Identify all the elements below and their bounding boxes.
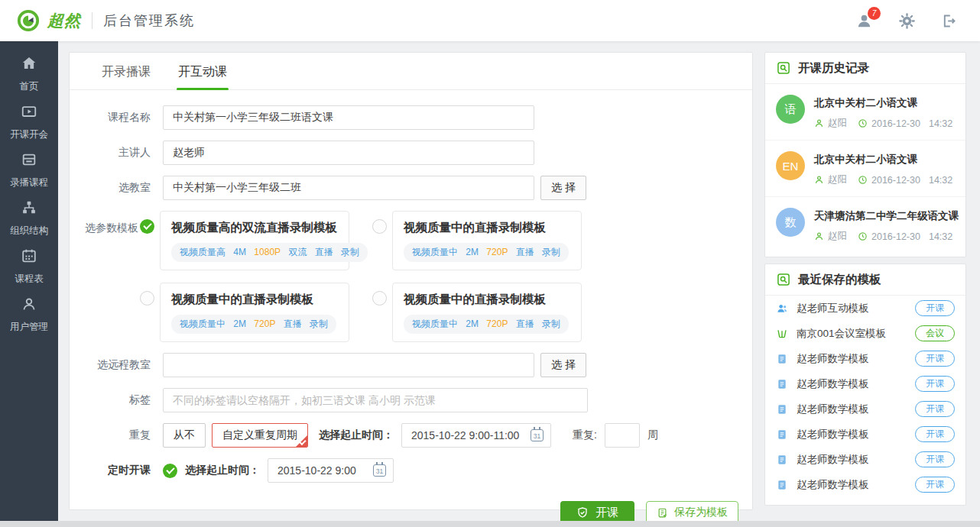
template-card-title: 视频质量中的直播录制模板: [404, 292, 570, 308]
tags-input[interactable]: [163, 388, 588, 412]
course-form: 课程名称 主讲人 选教室 选 择 选参数模板 视频质量高的双流直播录制模板: [70, 90, 752, 524]
remote-classroom-select-button[interactable]: 选 择: [540, 353, 586, 377]
param-tag: 720P: [486, 318, 508, 329]
search-doc-icon: [776, 60, 791, 76]
template-action-button[interactable]: 开课: [915, 401, 955, 417]
template-action-button[interactable]: 开课: [915, 477, 955, 493]
selected-check-icon: [140, 219, 154, 234]
person-icon: [814, 118, 824, 128]
history-item-time: 14:32: [929, 175, 952, 186]
remote-classroom-row: 选远程教室 选 择: [70, 353, 752, 377]
tab-interactive-class[interactable]: 开互动课: [177, 53, 229, 89]
template-card-body[interactable]: 视频质量中的直播录制模板 视频质量中 2M 720P 直播: [160, 283, 349, 342]
repeat-never-button[interactable]: 从不: [163, 423, 206, 448]
clock-icon: [858, 118, 868, 128]
template-card-body[interactable]: 视频质量中的直播录制模板 视频质量中 2M 720P 直播: [392, 283, 582, 342]
saved-template-item[interactable]: 赵老师数学模板 开课: [765, 396, 965, 422]
template-action-button[interactable]: 开课: [915, 426, 955, 442]
doc-icon: [776, 428, 790, 441]
history-item[interactable]: 数 天津塘沽第二中学二年级语文课 赵阳 2016-12-30 14:32: [765, 197, 965, 253]
course-name-row: 课程名称: [70, 105, 752, 130]
template-action-button[interactable]: 开课: [915, 451, 955, 467]
subject-badge: 数: [776, 208, 805, 237]
tags-row: 标签: [70, 388, 752, 412]
doc-icon: [776, 479, 790, 491]
template-card-body[interactable]: 视频质量高的双流直播录制模板 视频质量高 4M 1080P 双流: [160, 211, 349, 270]
template-action-button[interactable]: 开课: [915, 351, 955, 367]
param-tag: 视频质量中: [412, 318, 458, 329]
saved-template-item[interactable]: 南京001会议室模板 会议: [765, 321, 965, 346]
calendar-picker-icon[interactable]: 31: [531, 429, 544, 441]
param-template-label: 选参数模板: [70, 211, 138, 235]
teacher-input[interactable]: [163, 141, 534, 165]
template-card[interactable]: 视频质量中的直播录制模板 视频质量中 2M 720P 直播: [372, 211, 582, 270]
sidebar-item-schedule[interactable]: 课程表: [0, 247, 58, 296]
param-tag: 直播: [516, 318, 534, 329]
template-card-body[interactable]: 视频质量中的直播录制模板 视频质量中 2M 720P 直播: [392, 211, 582, 270]
template-card[interactable]: 视频质量高的双流直播录制模板 视频质量高 4M 1080P 双流: [140, 211, 349, 270]
history-item[interactable]: EN 北京中关村二小语文课 赵阳 2016-12-30 14:32: [765, 141, 965, 197]
saved-template-title: 赵老师互动模板: [797, 302, 915, 315]
repeat-count-input[interactable]: [605, 423, 640, 448]
teacher-row: 主讲人: [70, 141, 752, 165]
saved-template-item[interactable]: 赵老师互动模板 开课: [765, 296, 965, 321]
saved-template-title: 南京001会议室模板: [797, 327, 915, 341]
logout-icon[interactable]: [941, 13, 957, 29]
classroom-row: 选教室 选 择: [70, 176, 752, 200]
history-item-time: 14:32: [929, 118, 952, 129]
repeat-row: 重复 从不 自定义重复周期 选择起止时间： 2015-10-22 9:00-11…: [70, 423, 752, 448]
tab-recorded-class[interactable]: 开录播课: [100, 53, 152, 89]
history-item[interactable]: 语 北京中关村二小语文课 赵阳 2016-12-30 14:32: [765, 84, 965, 141]
sidebar-item-home[interactable]: 首页: [0, 55, 58, 103]
saved-template-item[interactable]: 赵老师数学模板 开课: [765, 472, 965, 497]
timed-start-input[interactable]: 2015-10-22 9:00 31: [268, 458, 394, 483]
param-tag: 录制: [542, 318, 560, 329]
remote-classroom-input[interactable]: [163, 353, 534, 377]
notifications-icon[interactable]: 7: [855, 12, 873, 30]
course-name-input[interactable]: [163, 105, 534, 130]
saved-template-title: 赵老师数学模板: [797, 453, 915, 467]
class-history-panel: 开课历史记录 语 北京中关村二小语文课 赵阳 2016-12-30 14:32 …: [764, 52, 966, 257]
brand-logo-icon: [17, 9, 40, 32]
param-template-grid: 视频质量高的双流直播录制模板 视频质量高 4M 1080P 双流: [140, 211, 582, 342]
classroom-select-button[interactable]: 选 择: [540, 176, 586, 200]
repeat-range-input[interactable]: 2015-10-22 9:00-11:00 31: [401, 423, 551, 448]
remote-classroom-label: 选远程教室: [70, 358, 151, 372]
classroom-input[interactable]: [163, 176, 534, 200]
param-tag: 视频质量高: [180, 247, 226, 257]
param-tag: 录制: [542, 247, 560, 257]
radio-icon[interactable]: [140, 291, 154, 306]
template-card[interactable]: 视频质量中的直播录制模板 视频质量中 2M 720P 直播: [140, 283, 349, 342]
template-action-button[interactable]: 开课: [915, 376, 955, 392]
user-icon: [21, 296, 37, 315]
saved-template-item[interactable]: 赵老师数学模板 开课: [765, 371, 965, 396]
repeat-range-value: 2015-10-22 9:00-11:00: [411, 429, 519, 441]
recorder-icon: [21, 151, 37, 171]
radio-icon[interactable]: [372, 291, 387, 306]
sidebar-item-start-class[interactable]: 开课开会: [0, 103, 58, 151]
template-card-title: 视频质量高的双流直播录制模板: [171, 220, 338, 236]
user-group-icon: [776, 302, 790, 315]
param-tag: 视频质量中: [412, 247, 458, 257]
sidebar-item-organization[interactable]: 组织结构: [0, 199, 58, 247]
sidebar-item-recorded-courses[interactable]: 录播课程: [0, 151, 58, 199]
course-tabs: 开录播课 开互动课: [70, 53, 752, 90]
doc-check-icon: [657, 507, 668, 519]
radio-icon[interactable]: [372, 219, 387, 234]
param-tag: 直播: [315, 247, 333, 257]
timed-start-check-icon[interactable]: [163, 464, 177, 478]
saved-template-title: 赵老师数学模板: [797, 403, 915, 416]
settings-gear-icon[interactable]: [899, 13, 915, 29]
brand: 超然 后台管理系统: [17, 9, 195, 32]
clock-icon: [858, 175, 868, 185]
sidebar-item-users[interactable]: 用户管理: [0, 296, 58, 344]
repeat-custom-button[interactable]: 自定义重复周期: [212, 423, 308, 448]
template-card[interactable]: 视频质量中的直播录制模板 视频质量中 2M 720P 直播: [372, 283, 582, 342]
subject-badge: EN: [776, 151, 805, 180]
saved-template-item[interactable]: 赵老师数学模板 开课: [765, 346, 965, 371]
saved-template-item[interactable]: 赵老师数学模板 开课: [765, 422, 965, 447]
saved-template-item[interactable]: 赵老师数学模板 开课: [765, 447, 965, 472]
calendar-picker-icon[interactable]: 31: [373, 464, 386, 477]
template-action-button[interactable]: 开课: [915, 300, 955, 316]
template-action-button[interactable]: 会议: [915, 325, 955, 341]
